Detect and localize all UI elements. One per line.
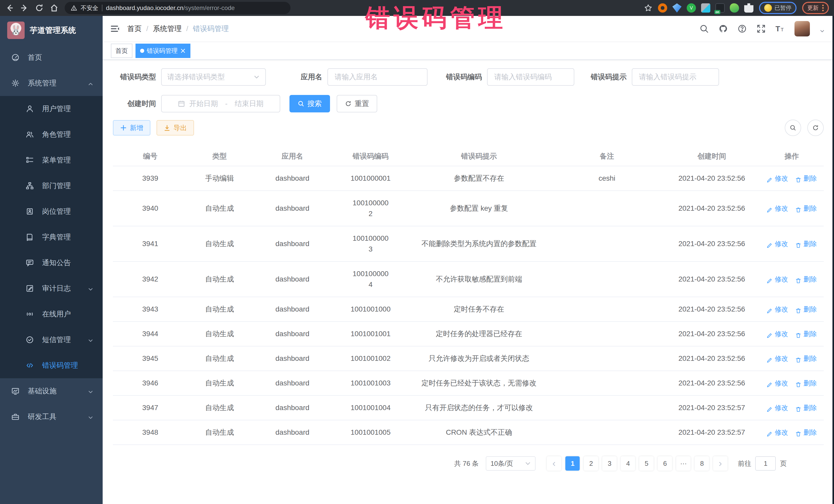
search-icon[interactable] [700, 24, 709, 34]
goto-page-input[interactable] [755, 456, 776, 470]
tag-错误码管理[interactable]: 错误码管理 [135, 44, 191, 58]
sidebar-item-角色管理[interactable]: 角色管理 [0, 122, 103, 147]
user-avatar[interactable] [794, 21, 810, 37]
sidebar-item-错误码管理[interactable]: 错误码管理 [0, 353, 103, 378]
back-icon[interactable] [5, 4, 14, 12]
delete-link[interactable]: 删除 [795, 328, 817, 339]
page-size-select[interactable]: 10条/页 [486, 456, 535, 470]
home-icon[interactable] [50, 4, 59, 12]
sidebar-item-部门管理[interactable]: 部门管理 [0, 173, 103, 199]
profile-chip[interactable]: 已暂停 [759, 2, 796, 14]
toggle-search-button[interactable] [785, 119, 801, 136]
page-button-2[interactable]: 2 [584, 456, 598, 470]
delete-link[interactable]: 删除 [795, 304, 817, 314]
cell-id: 3939 [113, 166, 188, 191]
grid-extension-icon[interactable] [701, 3, 710, 13]
end-date-placeholder[interactable]: 结束日期 [235, 99, 264, 109]
puzzle-extension-icon[interactable] [744, 3, 753, 13]
sidebar-item-菜单管理[interactable]: 菜单管理 [0, 147, 103, 173]
page-button-6[interactable]: 6 [658, 456, 672, 470]
cell-code: 1001001003 [333, 371, 408, 395]
green-bean-extension-icon[interactable] [730, 3, 739, 13]
sidebar-item-系统管理[interactable]: 系统管理 [0, 70, 103, 96]
app-name-input[interactable] [334, 72, 421, 82]
hamburger-icon[interactable] [110, 24, 120, 34]
add-button[interactable]: 新增 [113, 120, 150, 135]
page-button-8[interactable]: 8 [695, 456, 709, 470]
fullscreen-icon[interactable] [756, 24, 766, 34]
green-v-extension-icon[interactable]: V [687, 3, 696, 13]
export-button[interactable]: 导出 [156, 120, 194, 135]
delete-link[interactable]: 删除 [795, 402, 817, 413]
orange-ring-extension-icon[interactable] [658, 3, 667, 13]
delete-link[interactable]: 删除 [795, 427, 817, 438]
bookmark-star-icon[interactable] [644, 4, 652, 12]
prev-page-button[interactable] [547, 456, 561, 470]
page-ellipsis[interactable]: ··· [676, 456, 690, 470]
fontsize-icon[interactable]: TT [775, 24, 785, 34]
browser-actions: Von 已暂停 更新 [644, 2, 829, 14]
forward-icon[interactable] [20, 4, 29, 12]
url-text[interactable]: dashboard.yudao.iocoder.cn/system/error-… [106, 4, 235, 12]
blue-gem-extension-icon[interactable] [672, 3, 682, 13]
sidebar-item-岗位管理[interactable]: 岗位管理 [0, 199, 103, 224]
app-logo[interactable]: 🐰 芋道管理系统 [0, 16, 103, 45]
delete-link[interactable]: 删除 [795, 274, 817, 285]
sidebar-item-短信管理[interactable]: 短信管理 [0, 327, 103, 353]
window-scrollbar-edge[interactable] [832, 16, 834, 504]
security-label[interactable]: 不安全 [81, 4, 98, 12]
sidebar-item-字典管理[interactable]: 字典管理 [0, 224, 103, 250]
reset-button[interactable]: 重置 [337, 95, 377, 112]
error-msg-input[interactable] [638, 72, 713, 82]
edit-link[interactable]: 修改 [767, 238, 788, 249]
sidebar-item-基础设施[interactable]: 基础设施 [0, 378, 103, 404]
breadcrumb-item-系统管理[interactable]: 系统管理 [153, 24, 182, 34]
close-icon[interactable] [180, 48, 186, 53]
start-date-placeholder[interactable]: 开始日期 [189, 99, 218, 109]
sidebar-item-通知公告[interactable]: 通知公告 [0, 250, 103, 276]
page-button-5[interactable]: 5 [639, 456, 654, 470]
next-page-button[interactable] [713, 456, 727, 470]
update-button[interactable]: 更新 [807, 4, 819, 12]
update-chip[interactable]: 更新 [802, 2, 829, 14]
chevron-down-icon[interactable] [820, 26, 825, 31]
filter-type-label: 错误码类型 [113, 72, 156, 82]
url-bar[interactable]: 不安全 dashboard.yudao.iocoder.cn/system/er… [65, 2, 290, 14]
delete-link[interactable]: 删除 [795, 378, 817, 389]
edit-link[interactable]: 修改 [767, 328, 788, 339]
breadcrumb-item-首页[interactable]: 首页 [127, 24, 142, 34]
browser-menu-icon[interactable] [822, 5, 824, 11]
dashboard-icon [11, 53, 20, 62]
sidebar-item-审计日志[interactable]: 审计日志 [0, 276, 103, 301]
github-icon[interactable] [719, 24, 728, 34]
date-range-picker[interactable]: 开始日期 - 结束日期 [161, 95, 280, 112]
page-button-3[interactable]: 3 [602, 456, 617, 470]
help-icon[interactable] [738, 24, 747, 34]
tag-首页[interactable]: 首页 [111, 44, 132, 58]
delete-link[interactable]: 删除 [795, 353, 817, 364]
error-code-input[interactable] [493, 72, 568, 82]
edit-link[interactable]: 修改 [767, 427, 788, 438]
refresh-table-button[interactable] [807, 119, 824, 136]
sidebar-item-研发工具[interactable]: 研发工具 [0, 404, 103, 430]
sidebar-item-用户管理[interactable]: 用户管理 [0, 96, 103, 122]
sidebar-item-在线用户[interactable]: 在线用户 [0, 301, 103, 327]
page-button-1[interactable]: 1 [565, 456, 580, 470]
edit-link[interactable]: 修改 [767, 378, 788, 389]
reload-icon[interactable] [35, 4, 44, 12]
edit-link[interactable]: 修改 [767, 274, 788, 285]
delete-link[interactable]: 删除 [795, 203, 817, 214]
edit-link[interactable]: 修改 [767, 353, 788, 364]
search-button[interactable]: 搜索 [289, 95, 330, 112]
edit-link[interactable]: 修改 [767, 304, 788, 314]
error-type-select[interactable]: 请选择错误码类型 [161, 68, 266, 86]
delete-link[interactable]: 删除 [795, 173, 817, 184]
total-count: 共 76 条 [454, 459, 479, 468]
page-button-4[interactable]: 4 [621, 456, 635, 470]
edit-link[interactable]: 修改 [767, 173, 788, 184]
sidebar-item-首页[interactable]: 首页 [0, 45, 103, 70]
edit-link[interactable]: 修改 [767, 402, 788, 413]
delete-link[interactable]: 删除 [795, 238, 817, 249]
edit-link[interactable]: 修改 [767, 203, 788, 214]
onebox-extension-icon[interactable]: on [716, 3, 725, 13]
